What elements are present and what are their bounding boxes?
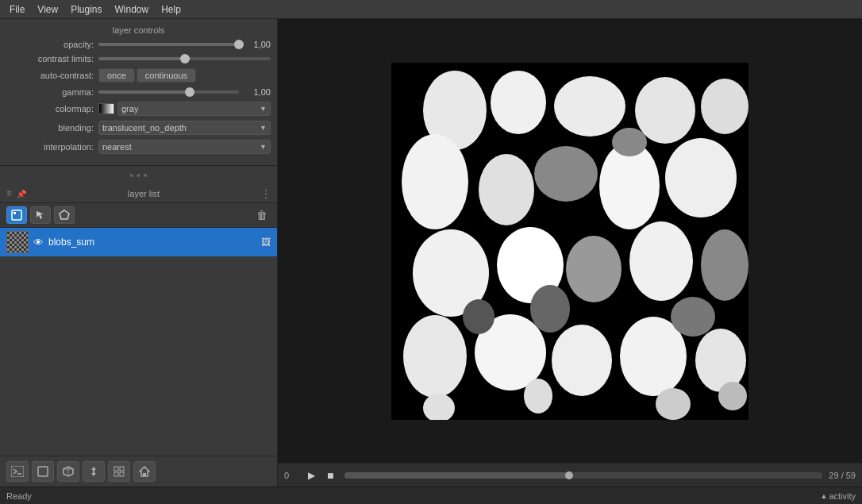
grid-icon (114, 466, 125, 477)
left-panel: layer controls opacity: 1,00 contrast li… (0, 19, 278, 487)
opacity-slider-thumb[interactable] (234, 40, 244, 49)
auto-contrast-label: auto-contrast: (6, 71, 94, 80)
layer-controls-panel: layer controls opacity: 1,00 contrast li… (0, 19, 277, 166)
timeline-progress (344, 472, 569, 479)
dots-separator: • • • (0, 166, 277, 185)
interpolation-label: interpolation: (6, 142, 94, 152)
interpolation-value: nearest (102, 142, 132, 152)
svg-point-13 (554, 76, 625, 137)
main-layout: layer controls opacity: 1,00 contrast li… (0, 19, 862, 487)
menu-view[interactable]: View (31, 2, 64, 17)
gamma-value: 1,00 (242, 87, 271, 97)
colormap-select-row: gray ▼ (98, 102, 271, 116)
cursor-icon (35, 210, 46, 221)
blending-arrow-icon: ▼ (260, 124, 267, 132)
colormap-control: gray ▼ (98, 102, 271, 116)
svg-point-30 (695, 329, 746, 392)
frame-counter: 29 / 59 (829, 471, 856, 480)
layer-visibility-toggle[interactable]: 👁 (33, 237, 44, 248)
timeline-track[interactable] (344, 472, 822, 479)
menu-plugins[interactable]: Plugins (64, 2, 108, 17)
contrast-slider-track[interactable] (98, 57, 271, 60)
colormap-value: gray (121, 104, 138, 113)
gamma-control: 1,00 (98, 87, 271, 97)
list-item[interactable]: 👁 blobs_sum 🖼 (0, 228, 277, 256)
activity-button[interactable]: ▲ activity (820, 491, 856, 501)
svg-rect-8 (120, 472, 124, 476)
layer-list-section: ⠿ 📌 layer list ⋮ (0, 185, 277, 456)
cube-button[interactable] (57, 461, 79, 482)
home-icon (139, 466, 150, 477)
menu-window[interactable]: Window (109, 2, 156, 17)
layer-controls-title: layer controls (6, 25, 271, 35)
gamma-row: gamma: 1,00 (6, 87, 271, 97)
menu-help[interactable]: Help (155, 2, 187, 17)
blending-dropdown[interactable]: translucent_no_depth ▼ (98, 121, 271, 135)
terminal-icon (11, 466, 24, 477)
svg-point-26 (403, 315, 467, 398)
timeline-thumb[interactable] (565, 471, 573, 479)
timeline-bar: 0 ▶ ⏹ 29 / 59 (278, 463, 862, 487)
continuous-button[interactable]: continuous (137, 68, 196, 83)
interpolation-dropdown[interactable]: nearest ▼ (98, 140, 271, 154)
gamma-slider-thumb[interactable] (185, 87, 194, 97)
window-icon (37, 466, 48, 477)
auto-contrast-btn-group: once continuous (98, 68, 271, 83)
svg-rect-7 (114, 472, 118, 476)
grid-button[interactable] (108, 461, 130, 482)
select-tool-button[interactable] (6, 206, 27, 224)
svg-point-36 (656, 388, 691, 420)
home-button[interactable] (133, 461, 156, 482)
menubar: File View Plugins Window Help (0, 0, 862, 19)
gamma-label: gamma: (6, 87, 94, 97)
activity-label: activity (829, 491, 856, 501)
interpolation-arrow-icon: ▼ (260, 143, 267, 151)
canvas-area: 0 ▶ ⏹ 29 / 59 (278, 19, 862, 487)
once-button[interactable]: once (98, 68, 135, 83)
blending-value: translucent_no_depth (102, 123, 187, 133)
canvas-viewport[interactable] (278, 19, 862, 463)
move-tool-button[interactable] (30, 206, 51, 224)
layer-thumbnail (6, 231, 29, 253)
shape-tool-button[interactable] (54, 206, 75, 224)
contrast-slider-thumb[interactable] (180, 54, 190, 63)
svg-point-12 (491, 71, 546, 134)
svg-point-25 (701, 229, 748, 301)
svg-rect-9 (143, 473, 146, 476)
delete-layer-button[interactable]: 🗑 (253, 206, 271, 224)
svg-point-24 (629, 221, 693, 301)
opacity-control: 1,00 (98, 40, 271, 49)
svg-rect-5 (114, 467, 118, 471)
svg-rect-1 (13, 212, 16, 214)
colormap-row: colormap: gray ▼ (6, 102, 271, 116)
svg-point-23 (566, 236, 621, 302)
stop-button[interactable]: ⏹ (322, 467, 338, 483)
layer-list-handle: ⠿ (6, 190, 12, 198)
auto-contrast-row: auto-contrast: once continuous (6, 68, 271, 83)
colormap-dropdown[interactable]: gray ▼ (117, 102, 271, 116)
menu-file[interactable]: File (3, 2, 31, 17)
svg-point-17 (479, 154, 534, 225)
svg-point-31 (530, 285, 570, 333)
split-icon (88, 466, 99, 477)
cube-icon (63, 466, 74, 477)
gamma-slider-track[interactable] (98, 90, 239, 94)
split-button[interactable] (83, 461, 105, 482)
play-button[interactable]: ▶ (303, 467, 319, 483)
contrast-limits-control (98, 57, 271, 60)
svg-point-18 (534, 146, 598, 202)
opacity-slider-track[interactable] (98, 43, 239, 46)
window-button[interactable] (32, 461, 54, 482)
layer-type-icon: 🖼 (261, 237, 271, 248)
svg-rect-6 (120, 467, 124, 471)
svg-point-20 (665, 138, 737, 217)
contrast-limits-label: contrast limits: (6, 54, 94, 63)
svg-point-35 (524, 379, 552, 414)
terminal-button[interactable] (6, 461, 29, 482)
layer-list-header: ⠿ 📌 layer list ⋮ (0, 185, 277, 203)
bottom-toolbar (0, 456, 277, 487)
layer-name: blobs_sum (48, 237, 256, 248)
polygon-icon (59, 210, 70, 221)
opacity-label: opacity: (6, 40, 94, 49)
layer-list-menu[interactable]: ⋮ (261, 188, 271, 199)
